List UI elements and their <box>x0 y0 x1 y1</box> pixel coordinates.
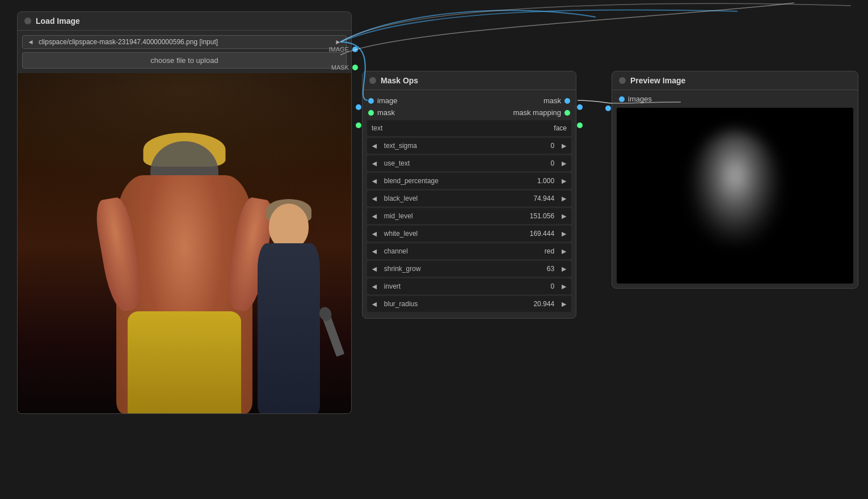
preview-image-status-dot <box>619 77 626 84</box>
wrestler-image <box>18 73 351 413</box>
use-text-inc-button[interactable]: ► <box>557 155 571 171</box>
file-name-label: clipspace/clipspace-mask-231947.40000000… <box>39 38 330 46</box>
blend-pct-value: 1.000 <box>525 177 557 185</box>
shrink-grow-dec-button[interactable]: ◄ <box>367 261 382 277</box>
mask-ops-mask-input-dot[interactable] <box>356 122 361 128</box>
black-level-dec-button[interactable]: ◄ <box>367 191 382 206</box>
blur-radius-label: blur_radius <box>382 300 525 308</box>
mid-level-inc-button[interactable]: ► <box>557 208 571 224</box>
use-text-dec-button[interactable]: ◄ <box>367 155 382 171</box>
mask-ops-title: Mask Ops <box>381 76 418 85</box>
text-param-row: text face <box>367 120 571 136</box>
image-input-label: image <box>377 96 397 105</box>
mask-ops-body: image mask mask mask mapping text face ◄ <box>363 90 576 318</box>
mask-output-label: MASK <box>331 64 349 71</box>
mask-ops-mapping-output-dot[interactable] <box>577 122 583 128</box>
invert-row: ◄ invert 0 ► <box>367 278 571 294</box>
image-input-dot[interactable] <box>368 98 374 104</box>
load-image-header: Load Image <box>18 12 351 31</box>
channel-inc-button[interactable]: ► <box>557 243 571 259</box>
mid-level-row: ◄ mid_level 151.056 ► <box>367 208 571 224</box>
face-blob <box>690 130 781 244</box>
black-level-label: black_level <box>382 194 525 202</box>
text-sigma-dec-button[interactable]: ◄ <box>367 138 382 154</box>
blur-radius-dec-button[interactable]: ◄ <box>367 296 382 312</box>
mask-output-label-right: mask <box>543 96 561 105</box>
blend-pct-inc-button[interactable]: ► <box>557 173 571 189</box>
shrink-grow-row: ◄ shrink_grow 63 ► <box>367 261 571 277</box>
file-selector-row: ◄ clipspace/clipspace-mask-231947.400000… <box>22 35 347 49</box>
mask-ops-header: Mask Ops <box>363 71 576 90</box>
output-connectors: IMAGE MASK <box>329 46 358 71</box>
blend-percentage-row: ◄ blend_percentage 1.000 ► <box>367 173 571 189</box>
preview-body: images <box>612 90 858 288</box>
mask-input-label: mask <box>377 108 395 117</box>
white-level-dec-button[interactable]: ◄ <box>367 226 382 242</box>
mask-ops-status-dot <box>369 77 376 84</box>
use-text-label: use_text <box>382 159 525 167</box>
mask-ops-image-input-dot[interactable] <box>356 104 361 110</box>
text-param-value: face <box>554 124 567 132</box>
preview-input-connector <box>605 105 611 111</box>
mid-level-label: mid_level <box>382 212 525 220</box>
blend-pct-dec-button[interactable]: ◄ <box>367 173 382 189</box>
mask-input-left: mask <box>368 108 395 117</box>
face-preview <box>617 108 853 284</box>
text-sigma-label: text_sigma <box>382 142 525 150</box>
text-sigma-value: 0 <box>525 142 557 150</box>
preview-images-dot[interactable] <box>605 105 611 111</box>
channel-dec-button[interactable]: ◄ <box>367 243 382 259</box>
mid-level-dec-button[interactable]: ◄ <box>367 208 382 224</box>
text-param-name: text <box>372 124 382 132</box>
blur-radius-row: ◄ blur_radius 20.944 ► <box>367 296 571 312</box>
preview-image-node: Preview Image images <box>612 71 858 289</box>
mask-ops-mask-output-dot[interactable] <box>577 104 583 110</box>
mask-output-row: MASK <box>329 64 358 71</box>
load-image-controls: ◄ clipspace/clipspace-mask-231947.400000… <box>18 31 351 73</box>
mask-mapping-label: mask mapping <box>513 108 561 117</box>
blur-radius-inc-button[interactable]: ► <box>557 296 571 312</box>
mask-mapping-output-right: mask mapping <box>513 108 570 117</box>
invert-value: 0 <box>525 282 557 290</box>
use-text-value: 0 <box>525 159 557 167</box>
mask-output-right: mask <box>543 96 570 105</box>
mask-output-dot[interactable] <box>352 65 358 70</box>
channel-value: red <box>525 247 557 255</box>
black-level-value: 74.944 <box>525 194 557 202</box>
load-image-status-dot <box>24 18 31 24</box>
file-next-button[interactable]: ► <box>334 38 343 46</box>
load-image-preview <box>18 73 351 413</box>
image-output-label: IMAGE <box>329 46 349 53</box>
shrink-grow-value: 63 <box>525 265 557 273</box>
invert-dec-button[interactable]: ◄ <box>367 278 382 294</box>
image-output-row: IMAGE <box>329 46 358 53</box>
preview-image-title: Preview Image <box>630 76 685 85</box>
shrink-grow-label: shrink_grow <box>382 265 525 273</box>
preview-images-label: images <box>628 95 652 103</box>
shrink-grow-inc-button[interactable]: ► <box>557 261 571 277</box>
preview-images-input-dot[interactable] <box>619 96 625 102</box>
black-level-inc-button[interactable]: ► <box>557 191 571 206</box>
channel-row: ◄ channel red ► <box>367 243 571 259</box>
mask-output-dot-right[interactable] <box>564 98 570 104</box>
invert-inc-button[interactable]: ► <box>557 278 571 294</box>
image-input-left: image <box>368 96 397 105</box>
upload-button[interactable]: choose file to upload <box>22 52 347 69</box>
white-level-inc-button[interactable]: ► <box>557 226 571 242</box>
invert-label: invert <box>382 282 525 290</box>
blur-radius-value: 20.944 <box>525 300 557 308</box>
file-prev-button[interactable]: ◄ <box>26 38 35 46</box>
image-output-dot[interactable] <box>352 46 358 52</box>
preview-image-header: Preview Image <box>612 71 858 90</box>
white-level-row: ◄ white_level 169.444 ► <box>367 226 571 242</box>
channel-label: channel <box>382 247 525 255</box>
mask-ops-input-connectors <box>356 104 361 128</box>
text-sigma-inc-button[interactable]: ► <box>557 138 571 154</box>
load-image-title: Load Image <box>36 16 80 26</box>
mask-input-dot[interactable] <box>368 110 374 116</box>
use-text-row: ◄ use_text 0 ► <box>367 155 571 171</box>
image-io-row: image mask <box>363 95 576 107</box>
mask-mapping-dot[interactable] <box>564 110 570 116</box>
load-image-node: Load Image ◄ clipspace/clipspace-mask-23… <box>17 11 352 414</box>
blend-pct-label: blend_percentage <box>382 177 525 185</box>
